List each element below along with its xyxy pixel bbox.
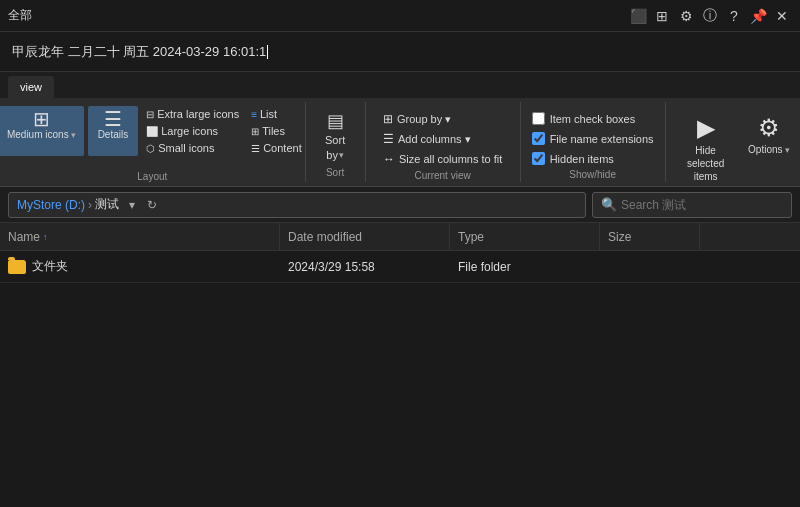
path-dropdown-button[interactable]: ▾ [123, 196, 141, 214]
sort-arrow-name: ↑ [43, 232, 48, 242]
content-button[interactable]: ☰ Content [247, 140, 306, 156]
current-view-group-label: Current view [415, 168, 471, 181]
clock-bar: 甲辰龙年 二月二十 周五 2024-03-29 16:01:1 [0, 32, 800, 72]
layout-group: ⊞ Medium icons ▾ ☰ Details ⊟ [0, 102, 306, 182]
hidden-items-input[interactable] [532, 152, 545, 165]
file-name-extensions-input[interactable] [532, 132, 545, 145]
large-icons-button[interactable]: ⬜ Large icons [142, 123, 243, 139]
file-size-cell [600, 251, 700, 282]
ribbon: view ⊞ Medium icons ▾ ☰ Details [0, 72, 800, 187]
hide-selected-button[interactable]: ▶ Hide selected items [672, 110, 740, 187]
folder-icon [8, 260, 26, 274]
show-hide-group: Item check boxes File name extensions Hi… [521, 102, 666, 182]
file-date: 2024/3/29 15:58 [288, 260, 375, 274]
file-type: File folder [458, 260, 511, 274]
current-view-group: ⊞ Group by ▾ ☰ Add columns ▾ ↔ Size all … [366, 102, 521, 182]
extra-large-icons-button[interactable]: ⊟ Extra large icons [142, 106, 243, 122]
nav-path-drive[interactable]: MyStore (D:) [17, 198, 85, 212]
search-box[interactable]: 🔍 [592, 192, 792, 218]
add-columns-button[interactable]: ☰ Add columns ▾ [379, 130, 506, 148]
medium-icons-label: Medium icons [7, 129, 69, 140]
clock-text: 甲辰龙年 二月二十 周五 2024-03-29 16:01:1 [12, 43, 266, 61]
tab-view[interactable]: view [8, 76, 54, 98]
close-button[interactable]: ✕ [772, 6, 792, 26]
hide-selected-label: Hide selected [687, 145, 724, 169]
item-checkboxes-toggle[interactable]: Item check boxes [530, 110, 656, 127]
small-icons-button[interactable]: ⬡ Small icons [142, 140, 243, 156]
options-label: Options [748, 144, 782, 155]
table-row[interactable]: 文件夹 2024/3/29 15:58 File folder [0, 251, 800, 283]
tiles-label: Tiles [262, 125, 285, 137]
size-all-columns-button[interactable]: ↔ Size all columns to fit [379, 150, 506, 168]
size-columns-icon: ↔ [383, 152, 395, 166]
sort-by-button[interactable]: ▤ Sort by ▾ [319, 106, 351, 165]
nav-path-controls: ▾ ↻ [123, 196, 161, 214]
monitor-icon[interactable]: ⬛ [628, 6, 648, 26]
ribbon-content: ⊞ Medium icons ▾ ☰ Details ⊟ [0, 98, 800, 186]
group-by-button[interactable]: ⊞ Group by ▾ [379, 110, 506, 128]
title-bar: 全部 ⬛ ⊞ ⚙ ⓘ ? 📌 ✕ [0, 0, 800, 32]
sort-group: ▤ Sort by ▾ Sort [306, 102, 366, 182]
content-label: Content [263, 142, 302, 154]
help-icon[interactable]: ? [724, 6, 744, 26]
column-header-name[interactable]: Name ↑ [0, 223, 280, 250]
ribbon-tab-bar: view [0, 72, 800, 98]
column-date-label: Date modified [288, 230, 362, 244]
cursor [267, 45, 268, 59]
column-name-label: Name [8, 230, 40, 244]
file-name-extensions-label: File name extensions [550, 133, 654, 145]
tiles-button[interactable]: ⊞ Tiles [247, 123, 306, 139]
medium-icons-arrow: ▾ [71, 130, 76, 140]
qr-icon[interactable]: ⊞ [652, 6, 672, 26]
hidden-items-toggle[interactable]: Hidden items [530, 150, 656, 167]
file-date-cell: 2024/3/29 15:58 [280, 251, 450, 282]
group-by-icon: ⊞ [383, 112, 393, 126]
file-name-extensions-toggle[interactable]: File name extensions [530, 130, 656, 147]
add-columns-label: Add columns ▾ [398, 133, 471, 146]
sort-group-label: Sort [326, 165, 344, 178]
options-arrow: ▾ [785, 145, 790, 155]
file-type-cell: File folder [450, 251, 600, 282]
layout-group-label: Layout [137, 169, 167, 182]
options-button[interactable]: ⚙ Options ▾ [744, 110, 794, 159]
file-list-header: Name ↑ Date modified Type Size [0, 223, 800, 251]
hidden-items-label: Hidden items [550, 153, 614, 165]
list-label: List [260, 108, 277, 120]
title-bar-controls: ⬛ ⊞ ⚙ ⓘ ? 📌 ✕ [628, 6, 792, 26]
sort-label: Sort [325, 134, 345, 147]
pin-icon[interactable]: 📌 [748, 6, 768, 26]
nav-separator: › [88, 198, 92, 212]
path-refresh-button[interactable]: ↻ [143, 196, 161, 214]
small-icons-label: Small icons [158, 142, 214, 154]
sort-arrow: ▾ [339, 150, 344, 160]
column-size-label: Size [608, 230, 631, 244]
show-hide-group-label: Show/hide [569, 167, 616, 180]
file-name-cell: 文件夹 [0, 251, 280, 282]
navigation-bar: MyStore (D:) › 测试 ▾ ↻ 🔍 [0, 187, 800, 223]
details-button[interactable]: ☰ Details [88, 106, 139, 156]
item-checkboxes-input[interactable] [532, 112, 545, 125]
info-icon[interactable]: ⓘ [700, 6, 720, 26]
gear-icon[interactable]: ⚙ [676, 6, 696, 26]
column-header-type[interactable]: Type [450, 223, 600, 250]
sort-by-label: by [326, 149, 338, 161]
extra-large-icons-label: Extra large icons [157, 108, 239, 120]
list-button[interactable]: ≡ List [247, 106, 306, 122]
file-name: 文件夹 [32, 258, 68, 275]
column-type-label: Type [458, 230, 484, 244]
nav-path-folder: 测试 [95, 196, 119, 213]
actions-group: ▶ Hide selected items ⚙ Options ▾ [666, 102, 800, 182]
column-header-date[interactable]: Date modified [280, 223, 450, 250]
title-bar-left: 全部 [8, 7, 32, 24]
group-by-label: Group by ▾ [397, 113, 451, 126]
file-list: Name ↑ Date modified Type Size 文件夹 2024/… [0, 223, 800, 283]
search-input[interactable] [621, 198, 771, 212]
search-icon: 🔍 [601, 197, 617, 212]
add-columns-icon: ☰ [383, 132, 394, 146]
details-label: Details [98, 129, 129, 140]
hide-selected-label2: items [694, 171, 718, 182]
column-header-size[interactable]: Size [600, 223, 700, 250]
address-bar[interactable]: MyStore (D:) › 测试 ▾ ↻ [8, 192, 586, 218]
size-all-columns-label: Size all columns to fit [399, 153, 502, 165]
medium-icons-button[interactable]: ⊞ Medium icons ▾ [0, 106, 84, 156]
